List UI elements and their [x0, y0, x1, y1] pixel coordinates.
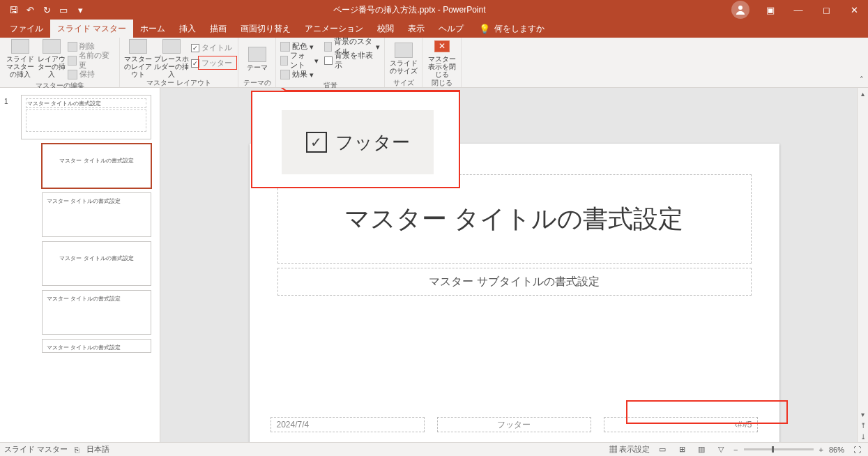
thumbnail-master[interactable]: マスター タイトルの書式設定	[21, 95, 151, 139]
thumbnail-layout-1[interactable]: マスター タイトルの書式設定	[42, 144, 151, 188]
page-number-placeholder[interactable]: ‹#›/5	[604, 417, 758, 432]
thumbnail-pane[interactable]: 1 マスター タイトルの書式設定 マスター タイトルの書式設定 マスター タイト…	[0, 88, 160, 442]
svg-point-0	[738, 6, 743, 10]
account-avatar[interactable]	[731, 1, 749, 19]
slideshow-button[interactable]: ▽	[714, 444, 728, 455]
hide-bg-label: 背景を非表示	[335, 51, 380, 70]
thumb-title: マスター タイトルの書式設定	[47, 295, 146, 303]
thumbnail-layout-5[interactable]: マスター タイトルの書式設定	[42, 339, 151, 353]
redo-button[interactable]: ↻	[39, 2, 54, 17]
footer-text: フッター	[497, 419, 531, 431]
themes-button[interactable]: テーマ	[243, 39, 271, 78]
tab-file[interactable]: ファイル	[3, 20, 50, 38]
ribbon-tabs: ファイル スライド マスター ホーム 挿入 描画 画面切り替え アニメーション …	[0, 20, 868, 38]
tab-view[interactable]: 表示	[401, 20, 432, 38]
thumbnail-layout-3[interactable]: マスター タイトルの書式設定	[42, 241, 151, 286]
layout-icon	[43, 39, 61, 54]
maximize-button[interactable]: ◻	[812, 0, 840, 20]
group-close: ✕ マスター表示を閉じる 閉じる	[422, 38, 462, 87]
display-settings-button[interactable]: ▦ 表示設定	[609, 444, 650, 455]
tab-draw[interactable]: 描画	[203, 20, 234, 38]
tab-review[interactable]: 校閲	[370, 20, 401, 38]
tab-transitions[interactable]: 画面切り替え	[234, 20, 298, 38]
scroll-up-button[interactable]: ▴	[858, 88, 868, 99]
thumb-title: マスター タイトルの書式設定	[47, 157, 146, 165]
fit-to-window-button[interactable]: ⛶	[850, 444, 864, 455]
thumb-title: マスター タイトルの書式設定	[47, 197, 146, 205]
previous-slide-button[interactable]: ⤒	[858, 420, 868, 431]
group-background: 配色 ▾ フォント ▾ 効果 ▾ 背景のスタイル ▾ 背景を非表示 背景	[276, 38, 385, 87]
checkbox-icon	[324, 56, 333, 65]
zoom-slider[interactable]	[744, 448, 814, 450]
minimize-button[interactable]: —	[784, 0, 812, 20]
tab-home[interactable]: ホーム	[133, 20, 172, 38]
save-button[interactable]: 🖫	[6, 2, 21, 17]
insert-slide-master-button[interactable]: スライド マスターの挿入	[4, 39, 36, 78]
insert-placeholder-button[interactable]: プレースホルダーの挿入	[152, 39, 191, 78]
slide-master-canvas[interactable]: マスター タイトルの書式設定 マスター サブタイトルの書式設定 2024/7/4…	[250, 144, 779, 442]
workspace: 1 マスター タイトルの書式設定 マスター タイトルの書式設定 マスター タイト…	[0, 88, 868, 442]
rename-button[interactable]: 名前の変更	[68, 54, 115, 67]
reading-view-button[interactable]: ▥	[694, 444, 708, 455]
qat-customize-button[interactable]: ▾	[73, 2, 88, 17]
tab-help[interactable]: ヘルプ	[432, 20, 471, 38]
slide-canvas-area: フッター マスター タイトルの書式設定 マスター サブタイトルの書式設定 202…	[160, 88, 868, 442]
effects-dropdown[interactable]: 効果 ▾	[280, 68, 319, 81]
ribbon-collapse-button[interactable]: ˄	[860, 75, 864, 84]
ribbon: スライド マスターの挿入 レイアウターの挿入 削除 名前の変更 保持 マスターの…	[0, 38, 868, 88]
close-window-button[interactable]: ✕	[840, 0, 868, 20]
themes-label: テーマ	[247, 63, 268, 71]
preserve-button[interactable]: 保持	[68, 68, 115, 81]
vertical-scrollbar[interactable]: ▴ ▾ ⤒ ⤓	[857, 88, 868, 442]
start-slideshow-button[interactable]: ▭	[56, 2, 71, 17]
delete-label: 削除	[79, 42, 95, 52]
ribbon-display-button[interactable]: ▣	[756, 0, 784, 20]
title-checkbox[interactable]: タイトル	[191, 42, 232, 54]
display-settings-label: 表示設定	[619, 445, 650, 453]
zoom-out-button[interactable]: −	[733, 446, 738, 454]
title-bar: 🖫 ↶ ↻ ▭ ▾ ページ番号の挿入方法.pptx - PowerPoint ▣…	[0, 0, 868, 20]
tab-slide-master[interactable]: スライド マスター	[50, 20, 133, 38]
thumb-title: マスター タイトルの書式設定	[47, 254, 146, 262]
placeholder-icon	[162, 39, 181, 54]
colors-icon	[280, 42, 290, 52]
close-master-label: マスター表示を閉じる	[427, 55, 457, 78]
tell-me-label: 何をしますか	[494, 23, 545, 35]
footer-checkbox[interactable]: フッター	[191, 57, 232, 70]
thumbnail-layout-2[interactable]: マスター タイトルの書式設定	[42, 192, 151, 237]
zoom-in-button[interactable]: +	[819, 446, 823, 454]
rename-label: 名前の変更	[79, 51, 115, 70]
tell-me-search[interactable]: 💡 何をしますか	[471, 20, 545, 38]
group-master-layout: マスターのレイアウト プレースホルダーの挿入 タイトル フッター マスター レイ…	[120, 38, 238, 87]
slide-sorter-button[interactable]: ⊞	[675, 444, 689, 455]
insert-layout-button[interactable]: レイアウターの挿入	[36, 39, 67, 78]
subtitle-placeholder-text: マスター サブタイトルの書式設定	[429, 275, 599, 289]
slide-size-icon	[395, 43, 413, 58]
master-layout-button[interactable]: マスターのレイアウト	[124, 39, 152, 78]
hide-background-checkbox[interactable]: 背景を非表示	[324, 54, 380, 67]
scroll-down-button[interactable]: ▾	[858, 409, 868, 420]
page-number-text: ‹#›/5	[735, 420, 752, 430]
zoom-level[interactable]: 86%	[829, 446, 844, 454]
footer-placeholder[interactable]: フッター	[437, 417, 591, 432]
subtitle-placeholder[interactable]: マスター サブタイトルの書式設定	[277, 268, 752, 296]
undo-button[interactable]: ↶	[22, 2, 38, 17]
slide-size-button[interactable]: スライドのサイズ	[389, 39, 418, 78]
close-master-button[interactable]: ✕ マスター表示を閉じる	[427, 39, 457, 78]
fonts-icon	[280, 56, 288, 66]
status-language[interactable]: 日本語	[86, 444, 109, 455]
fonts-dropdown[interactable]: フォント ▾	[280, 54, 319, 67]
next-slide-button[interactable]: ⤓	[858, 431, 868, 442]
checkbox-checked-icon	[306, 132, 327, 153]
thumbnail-layout-4[interactable]: マスター タイトルの書式設定	[42, 290, 151, 335]
group-size: スライドのサイズ サイズ	[385, 38, 422, 87]
tab-animations[interactable]: アニメーション	[298, 20, 370, 38]
normal-view-button[interactable]: ▭	[655, 444, 669, 455]
checkbox-icon	[191, 44, 199, 52]
thumb-title: マスター タイトルの書式設定	[47, 344, 146, 351]
accessibility-icon[interactable]: ⎘	[75, 446, 79, 454]
colors-label: 配色	[292, 42, 307, 52]
tab-insert[interactable]: 挿入	[172, 20, 203, 38]
quick-access-toolbar: 🖫 ↶ ↻ ▭ ▾	[0, 2, 88, 17]
date-placeholder[interactable]: 2024/7/4	[271, 417, 425, 432]
